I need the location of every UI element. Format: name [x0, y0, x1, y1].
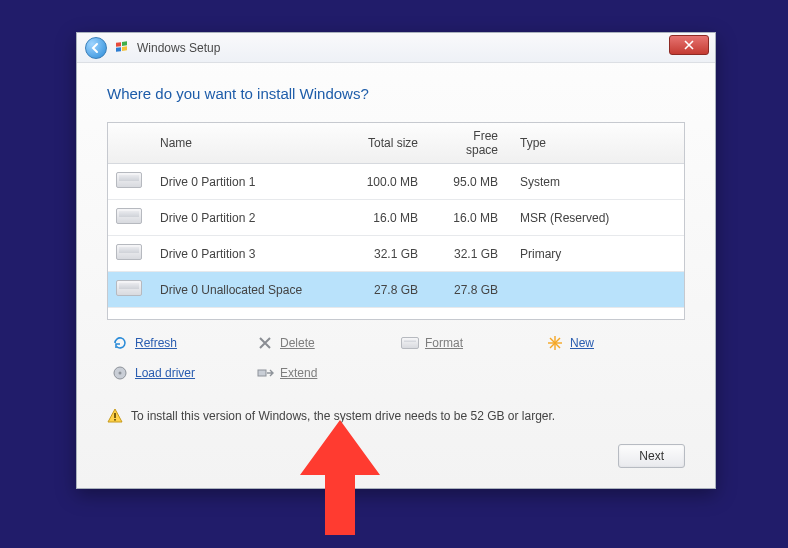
- page-heading: Where do you want to install Windows?: [107, 85, 685, 102]
- col-type[interactable]: Type: [512, 123, 684, 164]
- svg-rect-2: [116, 47, 121, 52]
- titlebar: Windows Setup: [77, 33, 715, 63]
- extend-icon: [256, 364, 274, 382]
- warning-icon: [107, 408, 123, 424]
- delete-action[interactable]: Delete: [256, 334, 391, 352]
- drive-table: Name Total size Free space Type Drive 0 …: [108, 123, 684, 308]
- refresh-icon: [111, 334, 129, 352]
- new-icon: [546, 334, 564, 352]
- delete-icon: [256, 334, 274, 352]
- warning-text: To install this version of Windows, the …: [131, 409, 555, 423]
- col-name[interactable]: Name: [152, 123, 352, 164]
- drive-actions: Refresh Delete Format New Load driver Ex…: [107, 334, 685, 382]
- back-arrow-icon: [90, 42, 102, 54]
- svg-rect-3: [122, 46, 127, 51]
- svg-rect-1: [122, 41, 127, 46]
- next-button[interactable]: Next: [618, 444, 685, 468]
- window-title: Windows Setup: [137, 41, 220, 55]
- format-icon: [401, 334, 419, 352]
- cell-free: 27.8 GB: [432, 272, 512, 308]
- table-row[interactable]: Drive 0 Unallocated Space27.8 GB27.8 GB: [108, 272, 684, 308]
- cell-name: Drive 0 Partition 3: [152, 236, 352, 272]
- windows-flag-icon: [115, 40, 131, 56]
- cell-free: 16.0 MB: [432, 200, 512, 236]
- svg-point-9: [119, 372, 122, 375]
- drive-table-frame: Name Total size Free space Type Drive 0 …: [107, 122, 685, 320]
- new-action[interactable]: New: [546, 334, 681, 352]
- close-button[interactable]: [669, 35, 709, 55]
- cell-total: 32.1 GB: [352, 236, 432, 272]
- svg-rect-0: [116, 42, 121, 47]
- windows-setup-dialog: Windows Setup Where do you want to insta…: [76, 32, 716, 489]
- svg-rect-11: [114, 413, 116, 418]
- cell-total: 100.0 MB: [352, 164, 432, 200]
- close-icon: [684, 40, 694, 50]
- format-action[interactable]: Format: [401, 334, 536, 352]
- cell-type: [512, 272, 684, 308]
- cell-total: 16.0 MB: [352, 200, 432, 236]
- table-row[interactable]: Drive 0 Partition 1100.0 MB95.0 MBSystem: [108, 164, 684, 200]
- dialog-footer: Next: [107, 444, 685, 468]
- cell-free: 32.1 GB: [432, 236, 512, 272]
- cell-type: System: [512, 164, 684, 200]
- content-area: Where do you want to install Windows? Na…: [77, 63, 715, 488]
- table-row[interactable]: Drive 0 Partition 332.1 GB32.1 GBPrimary: [108, 236, 684, 272]
- cell-name: Drive 0 Unallocated Space: [152, 272, 352, 308]
- disk-icon: [116, 244, 142, 260]
- refresh-action[interactable]: Refresh: [111, 334, 246, 352]
- col-free[interactable]: Free space: [432, 123, 512, 164]
- cell-name: Drive 0 Partition 2: [152, 200, 352, 236]
- back-button[interactable]: [85, 37, 107, 59]
- load-driver-icon: [111, 364, 129, 382]
- table-header-row: Name Total size Free space Type: [108, 123, 684, 164]
- cell-type: MSR (Reserved): [512, 200, 684, 236]
- cell-name: Drive 0 Partition 1: [152, 164, 352, 200]
- cell-total: 27.8 GB: [352, 272, 432, 308]
- warning-row: To install this version of Windows, the …: [107, 408, 685, 424]
- svg-rect-10: [258, 370, 266, 376]
- disk-icon: [116, 208, 142, 224]
- table-row[interactable]: Drive 0 Partition 216.0 MB16.0 MBMSR (Re…: [108, 200, 684, 236]
- extend-action[interactable]: Extend: [256, 364, 391, 382]
- cell-type: Primary: [512, 236, 684, 272]
- cell-free: 95.0 MB: [432, 164, 512, 200]
- col-total[interactable]: Total size: [352, 123, 432, 164]
- disk-icon: [116, 280, 142, 296]
- load-driver-action[interactable]: Load driver: [111, 364, 246, 382]
- disk-icon: [116, 172, 142, 188]
- svg-rect-12: [114, 419, 116, 421]
